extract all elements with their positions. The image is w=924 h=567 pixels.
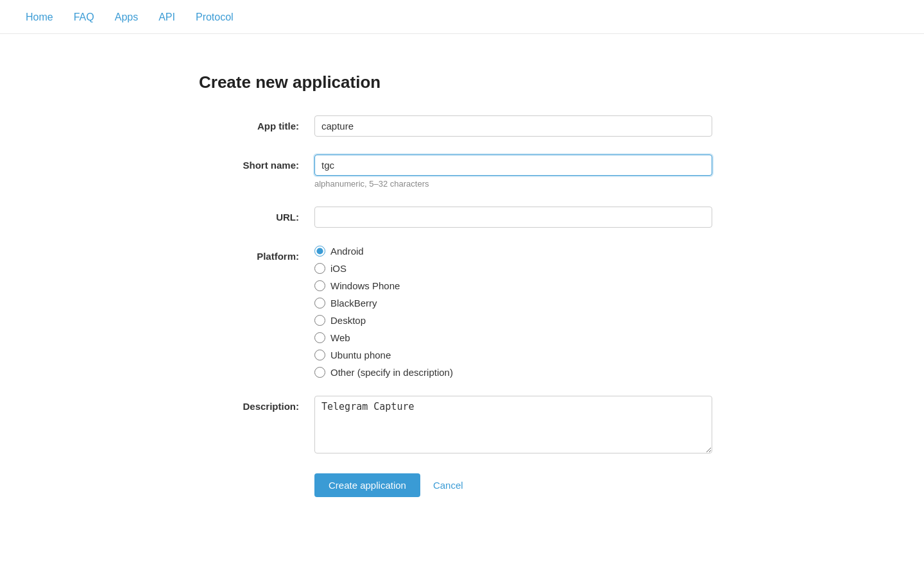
platform-blackberry[interactable]: BlackBerry bbox=[314, 298, 725, 309]
platform-android[interactable]: Android bbox=[314, 246, 725, 257]
app-title-row: App title: bbox=[199, 115, 725, 137]
radio-ios[interactable] bbox=[314, 263, 325, 274]
short-name-label: Short name: bbox=[199, 155, 314, 171]
url-field bbox=[314, 207, 725, 228]
radio-desktop[interactable] bbox=[314, 315, 325, 326]
description-label: Description: bbox=[199, 396, 314, 412]
description-field: Telegram Capture bbox=[314, 396, 725, 455]
app-title-field bbox=[314, 115, 725, 137]
radio-desktop-label: Desktop bbox=[330, 315, 366, 326]
short-name-input[interactable] bbox=[314, 155, 712, 176]
description-row: Description: Telegram Capture bbox=[199, 396, 725, 455]
platform-desktop[interactable]: Desktop bbox=[314, 315, 725, 326]
radio-web[interactable] bbox=[314, 332, 325, 343]
nav-item-apps[interactable]: Apps bbox=[115, 0, 138, 34]
nav-item-faq[interactable]: FAQ bbox=[74, 0, 94, 34]
cancel-button[interactable]: Cancel bbox=[433, 480, 463, 491]
radio-windows-phone-label: Windows Phone bbox=[330, 280, 400, 291]
radio-ubuntu-phone-label: Ubuntu phone bbox=[330, 350, 391, 360]
platform-windows-phone[interactable]: Windows Phone bbox=[314, 280, 725, 291]
create-application-button[interactable]: Create application bbox=[314, 473, 420, 497]
radio-other-label: Other (specify in description) bbox=[330, 367, 453, 378]
radio-blackberry[interactable] bbox=[314, 298, 325, 309]
platform-ios[interactable]: iOS bbox=[314, 263, 725, 274]
radio-android-label: Android bbox=[330, 246, 364, 257]
short-name-hint: alphanumeric, 5–32 characters bbox=[314, 179, 725, 189]
platform-other[interactable]: Other (specify in description) bbox=[314, 367, 725, 378]
platform-field: Android iOS Windows Phone BlackBerry bbox=[314, 246, 725, 378]
platform-web[interactable]: Web bbox=[314, 332, 725, 343]
url-input[interactable] bbox=[314, 207, 712, 228]
form-actions: Create application Cancel bbox=[314, 473, 725, 497]
nav-item-home[interactable]: Home bbox=[26, 0, 53, 34]
radio-ubuntu-phone[interactable] bbox=[314, 350, 325, 360]
create-app-form: App title: Short name: alphanumeric, 5–3… bbox=[199, 115, 725, 497]
nav-bar: Home FAQ Apps API Protocol bbox=[0, 0, 924, 34]
page-title: Create new application bbox=[199, 72, 725, 92]
url-label: URL: bbox=[199, 207, 314, 223]
short-name-row: Short name: alphanumeric, 5–32 character… bbox=[199, 155, 725, 189]
app-title-input[interactable] bbox=[314, 115, 712, 137]
radio-blackberry-label: BlackBerry bbox=[330, 298, 377, 309]
platform-row: Platform: Android iOS Windows Phone bbox=[199, 246, 725, 378]
platform-radio-group: Android iOS Windows Phone BlackBerry bbox=[314, 246, 725, 378]
nav-item-protocol[interactable]: Protocol bbox=[196, 0, 234, 34]
platform-ubuntu-phone[interactable]: Ubuntu phone bbox=[314, 350, 725, 360]
radio-other[interactable] bbox=[314, 367, 325, 378]
radio-web-label: Web bbox=[330, 332, 350, 343]
radio-android[interactable] bbox=[314, 246, 325, 257]
page-content: Create new application App title: Short … bbox=[173, 72, 751, 497]
description-textarea[interactable]: Telegram Capture bbox=[314, 396, 712, 453]
url-row: URL: bbox=[199, 207, 725, 228]
platform-label: Platform: bbox=[199, 246, 314, 262]
radio-ios-label: iOS bbox=[330, 263, 346, 274]
app-title-label: App title: bbox=[199, 115, 314, 131]
short-name-field: alphanumeric, 5–32 characters bbox=[314, 155, 725, 189]
nav-item-api[interactable]: API bbox=[158, 0, 175, 34]
radio-windows-phone[interactable] bbox=[314, 280, 325, 291]
